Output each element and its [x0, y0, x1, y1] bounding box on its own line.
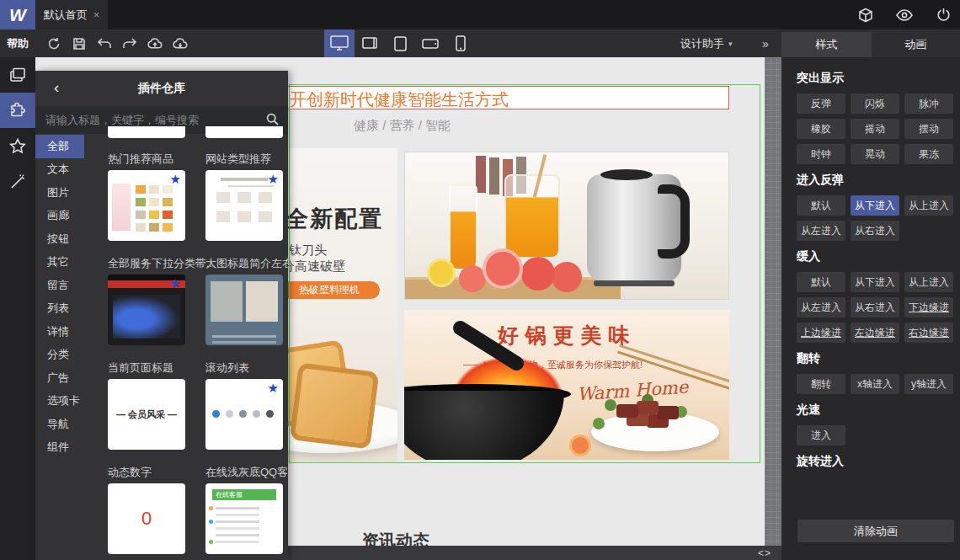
meat-plate-image	[591, 413, 719, 451]
animation-button[interactable]: 从上进入	[904, 272, 953, 292]
plugin-card-title: 当前页面标题	[108, 360, 207, 376]
tablet-icon[interactable]	[385, 29, 415, 57]
animation-section-title: 突出显示	[797, 71, 960, 86]
animation-button[interactable]: 从左进入	[797, 297, 845, 317]
animation-button[interactable]: 摇动	[851, 119, 899, 139]
sidebar-item-wizard[interactable]	[0, 163, 35, 199]
cloud-upload-icon[interactable]	[147, 36, 163, 51]
juice-pitcher-image	[504, 174, 560, 259]
close-icon[interactable]: ×	[93, 8, 100, 21]
plugin-card[interactable]: 热门推荐商品 ★	[108, 152, 185, 241]
top-bar: W 默认首页 ×	[0, 0, 960, 29]
animation-section: 光速 进入	[797, 403, 960, 445]
plugin-card[interactable]: 在线浅灰底QQ客服 ★ 在线客服	[205, 465, 283, 554]
sidebar-item-pages[interactable]	[0, 57, 35, 93]
undo-icon[interactable]	[97, 36, 112, 51]
animation-button[interactable]: 翻转	[797, 374, 845, 394]
animation-button[interactable]: y轴进入	[904, 374, 953, 394]
animation-section-title: 翻转	[797, 351, 960, 366]
animation-button[interactable]: 从下进入	[851, 195, 899, 216]
left-banner-line2: 分高速破壁	[282, 259, 345, 275]
animation-button[interactable]: 右边缘进	[904, 323, 953, 343]
power-icon[interactable]	[935, 7, 952, 24]
toolbar: 帮助	[0, 29, 960, 57]
kettle-handle-image	[658, 184, 690, 259]
plugin-card-title: 全部服务下拉分类带...	[108, 256, 207, 271]
app-logo: W	[0, 0, 35, 29]
redo-icon[interactable]	[122, 36, 137, 51]
animation-button[interactable]: 摆动	[904, 119, 953, 139]
plugin-card[interactable]: 滚动列表 ★	[205, 360, 283, 450]
meat-image	[616, 404, 638, 418]
plugin-card-thumbnail: ★ 0	[108, 483, 185, 554]
animation-button[interactable]: 默认	[797, 272, 845, 292]
animation-panel: 突出显示 反弹闪烁脉冲橡胶摇动摆动时钟晃动果冻 进入反弹 默认从下进入从上进入从…	[781, 57, 960, 560]
pages-icon	[10, 67, 26, 83]
banner-subtitle-text[interactable]: 健康 / 营养 / 智能	[354, 118, 451, 134]
sidebar-item-plugins[interactable]	[0, 93, 35, 128]
refresh-icon[interactable]	[46, 36, 61, 51]
plugin-panel: ‹ 插件仓库 全部 文本 图片 画廊 按钮 其它 留言 列表 详情 分类 广告 …	[35, 71, 288, 560]
animation-button[interactable]: 上边缘进	[797, 323, 845, 343]
mobile-landscape-icon[interactable]	[415, 29, 445, 57]
animation-button[interactable]: 时钟	[797, 144, 845, 164]
animation-button-grid: 翻转x轴进入y轴进入	[797, 374, 953, 394]
wok-banner[interactable]: 好锅更美味 无忧购物，至诚服务为你保驾护航! Warm Home	[404, 310, 729, 460]
sidebar-item-favorites[interactable]	[0, 128, 35, 163]
canvas-scrollbar[interactable]	[765, 57, 781, 546]
favorites-star-icon	[9, 138, 26, 154]
tab-style[interactable]: 样式	[781, 32, 872, 57]
mobile-portrait-icon[interactable]	[445, 29, 476, 57]
plugin-card[interactable]: 大图标题简介左右切... ★	[205, 256, 283, 345]
plugin-card[interactable]: 动态数字 ★ 0	[108, 465, 185, 554]
animation-sections: 突出显示 反弹闪烁脉冲橡胶摇动摆动时钟晃动果冻 进入反弹 默认从下进入从上进入从…	[797, 71, 960, 477]
plugin-card[interactable]: 全部服务下拉分类带... ★	[108, 256, 185, 345]
save-icon[interactable]	[72, 36, 87, 51]
banner-title-element[interactable]: 开创新时代健康智能生活方式	[254, 86, 729, 109]
animation-button[interactable]: 从右进入	[851, 297, 899, 317]
page-tab[interactable]: 默认首页 ×	[35, 0, 108, 29]
plugin-card-thumbnail: ★ 在线客服	[205, 483, 283, 554]
animation-button[interactable]: x轴进入	[851, 374, 899, 394]
animation-button[interactable]: 闪烁	[851, 93, 899, 114]
animation-button[interactable]: 反弹	[797, 93, 845, 114]
plugin-card[interactable]: 当前页面标题 ★ — 会员风采 —	[108, 360, 185, 450]
plugin-card-partial[interactable]	[205, 126, 283, 138]
plugin-card[interactable]: 网站类型推荐 ★	[205, 152, 283, 241]
components-cube-icon[interactable]	[857, 7, 874, 24]
animation-button[interactable]: 脉冲	[904, 93, 953, 114]
animation-button[interactable]: 下边缘进	[904, 297, 953, 317]
animation-button[interactable]: 从左进入	[797, 221, 845, 241]
orange-slice-image	[569, 435, 591, 456]
vegetables-image	[605, 399, 616, 411]
lemon-image	[427, 259, 456, 287]
plugin-card-partial[interactable]	[108, 126, 185, 138]
animation-button[interactable]: 进入	[797, 425, 845, 445]
animation-button[interactable]: 果冻	[904, 144, 953, 164]
animation-button[interactable]: 从下进入	[851, 272, 899, 292]
animation-button[interactable]: 从上进入	[904, 195, 953, 216]
design-assistant-button[interactable]: 设计助手 ▾	[680, 29, 733, 57]
help-button[interactable]: 帮助	[7, 29, 29, 57]
favorite-star-icon: ★	[170, 276, 181, 291]
preview-eye-icon[interactable]	[896, 7, 913, 24]
animation-section-title: 进入反弹	[797, 173, 960, 188]
animation-button[interactable]: 默认	[797, 195, 845, 216]
kettle-photo[interactable]	[404, 152, 729, 300]
partial-cards-row	[108, 126, 285, 138]
laptop-icon[interactable]	[355, 29, 385, 57]
design-assistant-label: 设计助手	[680, 36, 724, 51]
animation-button[interactable]: 晃动	[851, 144, 899, 164]
clear-animation-button[interactable]: 清除动画	[797, 520, 954, 542]
desktop-icon[interactable]	[324, 29, 355, 57]
animation-section-title: 光速	[797, 403, 960, 418]
animation-button[interactable]: 从右进入	[851, 221, 899, 241]
animation-button[interactable]: 橡胶	[797, 119, 845, 139]
tab-animation[interactable]: 动画	[872, 32, 960, 57]
animation-button[interactable]: 左边缘进	[851, 323, 899, 343]
collapse-panel-button[interactable]: »	[762, 29, 769, 57]
cloud-download-icon[interactable]	[173, 36, 188, 51]
code-view-icon[interactable]: <>	[758, 546, 771, 560]
plugin-card-grid: 热门推荐商品 ★ 网站类型推荐 ★ 全部服务下拉分类带... ★ 大图标题简介左…	[35, 152, 288, 560]
animation-section-title: 缓入	[797, 249, 960, 264]
